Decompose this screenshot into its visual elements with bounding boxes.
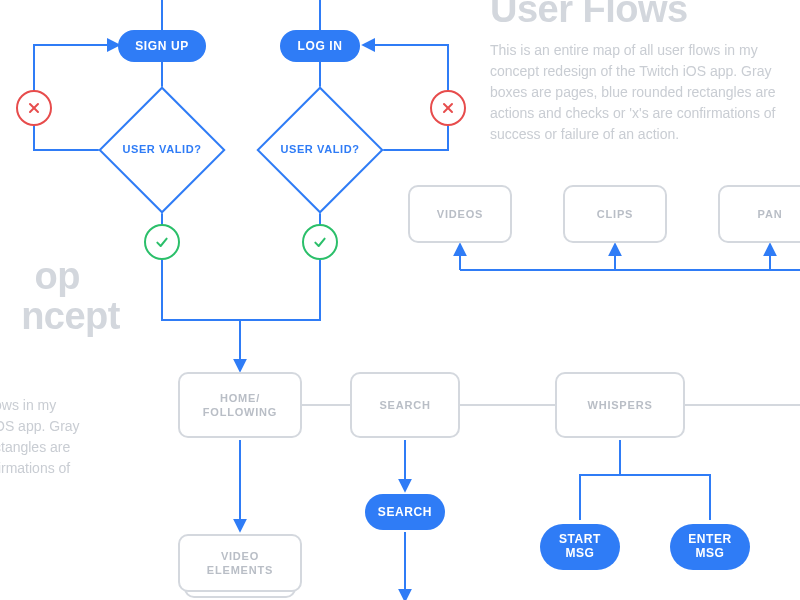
page-pan: PAN	[718, 185, 800, 243]
page-videos: VIDEOS	[408, 185, 512, 243]
decision-label: USER VALID?	[277, 107, 363, 193]
heading-user-flows: User Flows	[490, 0, 688, 31]
page-home-following: HOME/ FOLLOWING	[178, 372, 302, 438]
action-login: LOG IN	[280, 30, 360, 62]
action-search: SEARCH	[365, 494, 445, 530]
heading-left-1: op	[0, 255, 80, 298]
desc-user-flows: This is an entire map of all user flows …	[490, 40, 795, 145]
decision-label: USER VALID?	[119, 107, 205, 193]
action-signup: SIGN UP	[118, 30, 206, 62]
success-icon	[302, 224, 338, 260]
page-clips: CLIPS	[563, 185, 667, 243]
fail-icon	[430, 90, 466, 126]
action-start-msg: START MSG	[540, 524, 620, 570]
desc-left: ows in my OS app. Gray ctangles are firm…	[0, 395, 114, 479]
page-search: SEARCH	[350, 372, 460, 438]
success-icon	[144, 224, 180, 260]
action-enter-msg: ENTER MSG	[670, 524, 750, 570]
heading-left-2: ncept	[0, 295, 120, 338]
page-whispers: WHISPERS	[555, 372, 685, 438]
page-video-elements: VIDEO ELEMENTS	[178, 534, 302, 592]
fail-icon	[16, 90, 52, 126]
